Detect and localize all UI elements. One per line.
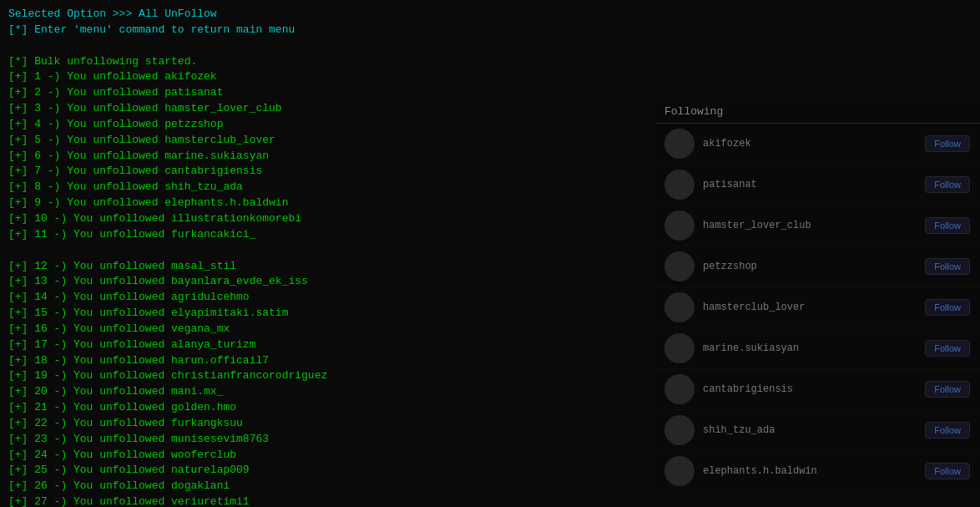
avatar (664, 292, 695, 322)
panel-row: shih_tzu_adaFollow (654, 410, 980, 451)
right-panel: Following akifozekFollowpatisanatFollowh… (654, 100, 980, 501)
panel-row: akifozekFollow (654, 124, 980, 165)
panel-username: cantabrigiensis (703, 383, 925, 395)
panel-rows: akifozekFollowpatisanatFollowhamster_lov… (654, 124, 980, 492)
panel-row: hamsterclub_loverFollow (654, 287, 980, 328)
panel-row: patisanatFollow (654, 165, 980, 205)
follow-button[interactable]: Follow (925, 176, 970, 193)
panel-username: hamsterclub_lover (703, 302, 925, 313)
avatar (664, 251, 695, 281)
terminal-window: Selected Option >>> All UnFollow [*] Ent… (0, 0, 980, 507)
spacer1 (8, 38, 972, 54)
avatar (664, 374, 695, 404)
panel-row: marine.sukiasyanFollow (654, 328, 980, 369)
panel-username: marine.sukiasyan (703, 342, 925, 354)
avatar (664, 170, 695, 200)
follow-button[interactable]: Follow (925, 422, 970, 439)
header-line1: Selected Option >>> All UnFollow (8, 7, 972, 23)
bulk-start: [*] Bulk unfollowing started. (8, 54, 972, 70)
header-line2: [*] Enter 'menu' command to return main … (8, 23, 972, 38)
follow-button[interactable]: Follow (925, 340, 970, 357)
panel-username: petzzshop (703, 261, 925, 272)
panel-username: akifozek (703, 138, 925, 150)
avatar (664, 210, 695, 241)
follow-button[interactable]: Follow (925, 463, 970, 479)
avatar (664, 456, 695, 486)
follow-button[interactable]: Follow (925, 135, 970, 152)
follow-button[interactable]: Follow (925, 299, 970, 316)
panel-username: shih_tzu_ada (703, 424, 925, 436)
panel-username: hamster_lover_club (703, 220, 925, 231)
log-entry: [+] 2 -) You unfollowed patisanat (8, 85, 972, 101)
right-panel-header: Following (654, 100, 980, 124)
avatar (664, 415, 695, 445)
follow-button[interactable]: Follow (925, 258, 970, 275)
avatar (664, 333, 695, 363)
log-entry: [+] 1 -) You unfollowed akifozek (8, 69, 972, 85)
panel-row: petzzshopFollow (654, 246, 980, 287)
panel-username: patisanat (703, 179, 925, 190)
avatar (664, 129, 695, 159)
panel-row: elephants.h.baldwinFollow (654, 451, 980, 492)
follow-button[interactable]: Follow (925, 217, 970, 234)
panel-row: cantabrigiensisFollow (654, 369, 980, 410)
follow-button[interactable]: Follow (925, 381, 970, 398)
panel-row: hamster_lover_clubFollow (654, 205, 980, 246)
panel-username: elephants.h.baldwin (703, 465, 925, 477)
